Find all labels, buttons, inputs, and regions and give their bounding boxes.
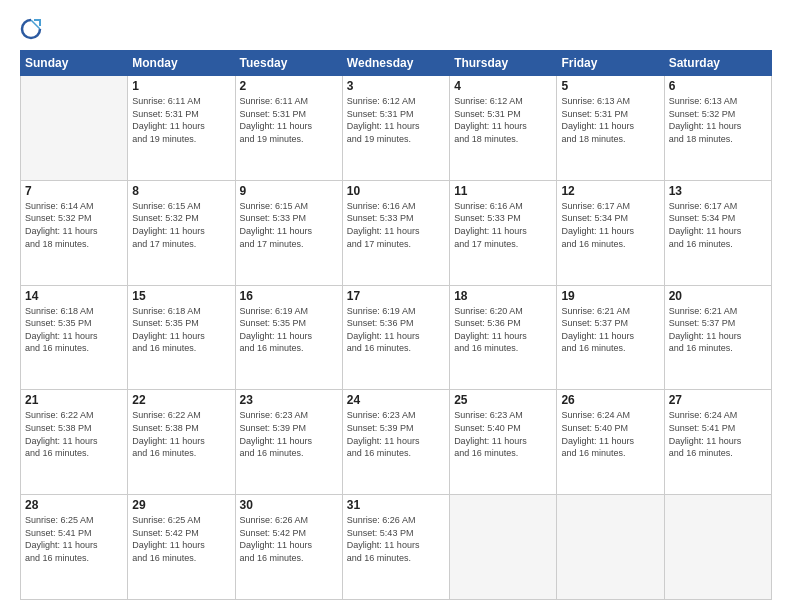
day-number: 25 [454,393,552,407]
day-cell: 3Sunrise: 6:12 AM Sunset: 5:31 PM Daylig… [342,76,449,181]
day-number: 10 [347,184,445,198]
day-cell: 27Sunrise: 6:24 AM Sunset: 5:41 PM Dayli… [664,390,771,495]
day-detail: Sunrise: 6:17 AM Sunset: 5:34 PM Dayligh… [561,200,659,250]
day-detail: Sunrise: 6:24 AM Sunset: 5:40 PM Dayligh… [561,409,659,459]
day-cell [450,495,557,600]
day-detail: Sunrise: 6:23 AM Sunset: 5:39 PM Dayligh… [240,409,338,459]
day-number: 13 [669,184,767,198]
week-row: 1Sunrise: 6:11 AM Sunset: 5:31 PM Daylig… [21,76,772,181]
weekday-header: Monday [128,51,235,76]
day-cell: 21Sunrise: 6:22 AM Sunset: 5:38 PM Dayli… [21,390,128,495]
day-detail: Sunrise: 6:12 AM Sunset: 5:31 PM Dayligh… [454,95,552,145]
day-cell: 1Sunrise: 6:11 AM Sunset: 5:31 PM Daylig… [128,76,235,181]
week-row: 21Sunrise: 6:22 AM Sunset: 5:38 PM Dayli… [21,390,772,495]
day-number: 23 [240,393,338,407]
day-cell: 9Sunrise: 6:15 AM Sunset: 5:33 PM Daylig… [235,180,342,285]
weekday-header: Thursday [450,51,557,76]
week-row: 7Sunrise: 6:14 AM Sunset: 5:32 PM Daylig… [21,180,772,285]
day-detail: Sunrise: 6:22 AM Sunset: 5:38 PM Dayligh… [25,409,123,459]
day-detail: Sunrise: 6:12 AM Sunset: 5:31 PM Dayligh… [347,95,445,145]
day-number: 15 [132,289,230,303]
day-cell [21,76,128,181]
day-detail: Sunrise: 6:19 AM Sunset: 5:35 PM Dayligh… [240,305,338,355]
day-cell: 22Sunrise: 6:22 AM Sunset: 5:38 PM Dayli… [128,390,235,495]
day-cell: 6Sunrise: 6:13 AM Sunset: 5:32 PM Daylig… [664,76,771,181]
day-cell: 16Sunrise: 6:19 AM Sunset: 5:35 PM Dayli… [235,285,342,390]
day-detail: Sunrise: 6:23 AM Sunset: 5:40 PM Dayligh… [454,409,552,459]
day-number: 2 [240,79,338,93]
day-number: 21 [25,393,123,407]
day-cell: 24Sunrise: 6:23 AM Sunset: 5:39 PM Dayli… [342,390,449,495]
day-detail: Sunrise: 6:24 AM Sunset: 5:41 PM Dayligh… [669,409,767,459]
day-cell: 31Sunrise: 6:26 AM Sunset: 5:43 PM Dayli… [342,495,449,600]
weekday-header: Saturday [664,51,771,76]
day-detail: Sunrise: 6:21 AM Sunset: 5:37 PM Dayligh… [669,305,767,355]
header-row: SundayMondayTuesdayWednesdayThursdayFrid… [21,51,772,76]
day-number: 19 [561,289,659,303]
day-cell: 28Sunrise: 6:25 AM Sunset: 5:41 PM Dayli… [21,495,128,600]
day-number: 14 [25,289,123,303]
day-number: 28 [25,498,123,512]
day-number: 29 [132,498,230,512]
day-cell: 15Sunrise: 6:18 AM Sunset: 5:35 PM Dayli… [128,285,235,390]
week-row: 14Sunrise: 6:18 AM Sunset: 5:35 PM Dayli… [21,285,772,390]
day-cell: 30Sunrise: 6:26 AM Sunset: 5:42 PM Dayli… [235,495,342,600]
day-cell: 25Sunrise: 6:23 AM Sunset: 5:40 PM Dayli… [450,390,557,495]
day-detail: Sunrise: 6:11 AM Sunset: 5:31 PM Dayligh… [132,95,230,145]
day-number: 27 [669,393,767,407]
day-cell: 18Sunrise: 6:20 AM Sunset: 5:36 PM Dayli… [450,285,557,390]
day-cell: 11Sunrise: 6:16 AM Sunset: 5:33 PM Dayli… [450,180,557,285]
day-number: 30 [240,498,338,512]
day-number: 16 [240,289,338,303]
day-cell: 17Sunrise: 6:19 AM Sunset: 5:36 PM Dayli… [342,285,449,390]
day-detail: Sunrise: 6:26 AM Sunset: 5:42 PM Dayligh… [240,514,338,564]
day-detail: Sunrise: 6:16 AM Sunset: 5:33 PM Dayligh… [347,200,445,250]
day-detail: Sunrise: 6:23 AM Sunset: 5:39 PM Dayligh… [347,409,445,459]
day-detail: Sunrise: 6:16 AM Sunset: 5:33 PM Dayligh… [454,200,552,250]
day-number: 22 [132,393,230,407]
logo [20,18,46,40]
weekday-header: Wednesday [342,51,449,76]
day-number: 17 [347,289,445,303]
day-cell: 7Sunrise: 6:14 AM Sunset: 5:32 PM Daylig… [21,180,128,285]
day-cell: 19Sunrise: 6:21 AM Sunset: 5:37 PM Dayli… [557,285,664,390]
day-detail: Sunrise: 6:26 AM Sunset: 5:43 PM Dayligh… [347,514,445,564]
day-cell: 23Sunrise: 6:23 AM Sunset: 5:39 PM Dayli… [235,390,342,495]
day-detail: Sunrise: 6:19 AM Sunset: 5:36 PM Dayligh… [347,305,445,355]
header [20,18,772,40]
day-number: 6 [669,79,767,93]
day-cell: 2Sunrise: 6:11 AM Sunset: 5:31 PM Daylig… [235,76,342,181]
day-number: 24 [347,393,445,407]
day-detail: Sunrise: 6:18 AM Sunset: 5:35 PM Dayligh… [25,305,123,355]
week-row: 28Sunrise: 6:25 AM Sunset: 5:41 PM Dayli… [21,495,772,600]
day-number: 31 [347,498,445,512]
day-number: 5 [561,79,659,93]
day-cell: 10Sunrise: 6:16 AM Sunset: 5:33 PM Dayli… [342,180,449,285]
day-cell [664,495,771,600]
day-detail: Sunrise: 6:11 AM Sunset: 5:31 PM Dayligh… [240,95,338,145]
day-cell: 29Sunrise: 6:25 AM Sunset: 5:42 PM Dayli… [128,495,235,600]
day-detail: Sunrise: 6:17 AM Sunset: 5:34 PM Dayligh… [669,200,767,250]
day-cell: 8Sunrise: 6:15 AM Sunset: 5:32 PM Daylig… [128,180,235,285]
day-cell: 20Sunrise: 6:21 AM Sunset: 5:37 PM Dayli… [664,285,771,390]
day-number: 26 [561,393,659,407]
day-number: 7 [25,184,123,198]
logo-icon [20,18,42,40]
weekday-header: Friday [557,51,664,76]
day-cell: 26Sunrise: 6:24 AM Sunset: 5:40 PM Dayli… [557,390,664,495]
day-cell [557,495,664,600]
page: SundayMondayTuesdayWednesdayThursdayFrid… [0,0,792,612]
day-detail: Sunrise: 6:15 AM Sunset: 5:33 PM Dayligh… [240,200,338,250]
day-number: 4 [454,79,552,93]
day-detail: Sunrise: 6:15 AM Sunset: 5:32 PM Dayligh… [132,200,230,250]
day-number: 9 [240,184,338,198]
day-number: 20 [669,289,767,303]
day-number: 1 [132,79,230,93]
day-detail: Sunrise: 6:14 AM Sunset: 5:32 PM Dayligh… [25,200,123,250]
day-number: 8 [132,184,230,198]
weekday-header: Tuesday [235,51,342,76]
calendar: SundayMondayTuesdayWednesdayThursdayFrid… [20,50,772,600]
day-detail: Sunrise: 6:18 AM Sunset: 5:35 PM Dayligh… [132,305,230,355]
day-detail: Sunrise: 6:13 AM Sunset: 5:32 PM Dayligh… [669,95,767,145]
day-detail: Sunrise: 6:13 AM Sunset: 5:31 PM Dayligh… [561,95,659,145]
